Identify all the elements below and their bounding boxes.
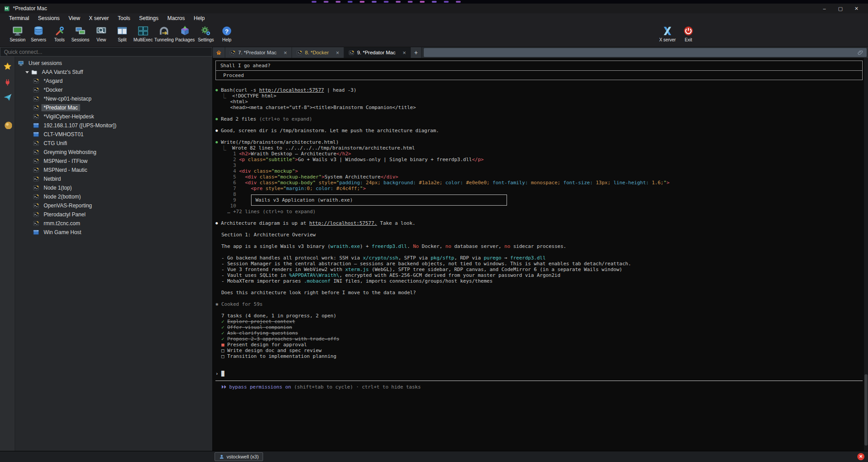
toolbar-button-label: MultiExec bbox=[134, 37, 153, 42]
tree-item-node-2-bottom[interactable]: Node 2(bottom) bbox=[15, 192, 212, 201]
tree-item-label: Node 2(bottom) bbox=[41, 193, 83, 200]
tree-item-vigilcyber-helpdesk[interactable]: *VigilCyber-Helpdesk bbox=[15, 112, 212, 121]
svg-text:?: ? bbox=[225, 28, 228, 35]
toolbar-left: SessionServersToolsSessionsViewSplitMult… bbox=[7, 24, 237, 42]
ssh-icon bbox=[33, 140, 39, 146]
paperclip-icon[interactable] bbox=[857, 49, 864, 56]
toolbar-xserver-button[interactable]: X server bbox=[657, 24, 678, 42]
tree-item-mspnerd-mautic[interactable]: MSPNerd - Mautic bbox=[15, 166, 212, 174]
close-button[interactable]: ✕ bbox=[848, 4, 864, 13]
terminal-text: #c4c4ff; bbox=[333, 186, 360, 191]
tab-close-icon[interactable]: × bbox=[284, 49, 287, 56]
tree-item-mspnerd-itflow[interactable]: MSPNerd - ITFlow bbox=[15, 157, 212, 166]
tree-item-greyming-webhosting[interactable]: Greyming Webhosting bbox=[15, 148, 212, 157]
tab-close-icon[interactable]: × bbox=[336, 49, 340, 56]
folder-icon bbox=[31, 69, 37, 75]
menu-settings[interactable]: Settings bbox=[135, 13, 163, 23]
terminal[interactable]: Shall I go ahead? Proceed⏺ Bash(curl -s … bbox=[213, 58, 868, 451]
tree-item-clt-vmhost01[interactable]: CLT-VMHOST01 bbox=[15, 130, 212, 139]
session-icon bbox=[12, 25, 23, 36]
new-tab-button[interactable]: + bbox=[411, 47, 422, 58]
minimize-button[interactable]: – bbox=[816, 4, 832, 13]
tree-item-predator-mac[interactable]: *Predator Mac bbox=[15, 103, 212, 112]
toolbar-help-button[interactable]: ?Help bbox=[216, 24, 237, 42]
tree-item-node-1-top[interactable]: Node 1(top) bbox=[15, 183, 212, 192]
terminal-line bbox=[215, 359, 863, 365]
sidebar-ball-icon[interactable] bbox=[3, 120, 12, 129]
toolbar-split-button[interactable]: Split bbox=[112, 24, 133, 42]
terminal-text: <h2> bbox=[239, 151, 251, 157]
scrollbar-thumb[interactable] bbox=[864, 374, 868, 446]
terminal-text: Take a look. bbox=[377, 220, 415, 226]
tab-7-predator-mac[interactable]: 7. *Predator Mac× bbox=[225, 47, 292, 58]
tab-9-predator-mac[interactable]: 9. *Predator Mac× bbox=[344, 47, 411, 58]
tab-8-docker[interactable]: 8. *Docker× bbox=[292, 47, 344, 58]
menu-view[interactable]: View bbox=[64, 13, 85, 23]
terminal-link[interactable]: http://localhost:57577 bbox=[259, 87, 324, 93]
status-session-button[interactable]: vstockwell (x3) bbox=[215, 452, 263, 461]
tree-item-aaa-vantz-s-stuff[interactable]: AAA Vantz's Stuff bbox=[15, 68, 212, 77]
toolbar-tunneling-button[interactable]: Tunneling bbox=[154, 24, 174, 42]
sidebar-plug-icon[interactable] bbox=[3, 77, 12, 86]
toolbar-tools-button[interactable]: Tools bbox=[49, 24, 70, 42]
terminal-line bbox=[215, 307, 863, 313]
terminal-link[interactable]: http://localhost:57577. bbox=[309, 220, 377, 226]
terminal-text: Write(/tmp/brainstorm/architecture.html) bbox=[221, 139, 339, 145]
exit-icon bbox=[683, 25, 694, 36]
menu-tools[interactable]: Tools bbox=[114, 13, 135, 23]
terminal-line: 2 <p class="subtitle">Go + Wails v3 | Wi… bbox=[215, 157, 863, 162]
tree-item-label: CLT-VMHOST01 bbox=[41, 131, 86, 138]
toolbar-exit-button[interactable]: Exit bbox=[678, 24, 699, 42]
terminal-text: 8 bbox=[215, 191, 239, 197]
terminal-text: ⏺ bbox=[215, 87, 221, 93]
terminal-text: 6 bbox=[215, 180, 239, 186]
terminal-text: System Architecture bbox=[324, 174, 381, 180]
toolbar-button-label: Exit bbox=[685, 37, 692, 42]
ssh-icon bbox=[33, 105, 39, 111]
sidebar-star-icon[interactable] bbox=[3, 62, 12, 71]
tree-item-192-168-1-107-ups-monitor[interactable]: 192.168.1.107 ([UPS-Monitor]) bbox=[15, 121, 212, 130]
toolbar-view-button[interactable]: View bbox=[91, 24, 112, 42]
tree-item-new-cp01-heistacp[interactable]: *New-cp01-heistacp bbox=[15, 94, 212, 103]
tab-close-icon[interactable]: × bbox=[402, 49, 406, 56]
tree-item-win-game-host[interactable]: Win Game Host bbox=[15, 228, 212, 237]
prompt-input[interactable]: › █ bbox=[215, 371, 863, 381]
status-close-button[interactable]: ✕ bbox=[857, 453, 864, 460]
tab-label: 9. *Predator Mac bbox=[357, 50, 395, 55]
permission-option-proceed[interactable]: Proceed bbox=[216, 70, 862, 80]
tree-item-openvas-reporting[interactable]: OpenVAS-Reporting bbox=[15, 201, 212, 210]
tree-item-asgard[interactable]: *Asgard bbox=[15, 77, 212, 85]
tab-home[interactable] bbox=[213, 47, 225, 58]
terminal-tab-icon bbox=[349, 50, 354, 56]
terminal-line: <head><meta charset="utf-8"><title>Brain… bbox=[215, 105, 863, 110]
sidebar-plane-icon[interactable] bbox=[3, 93, 12, 102]
toolbar-servers-button[interactable]: Servers bbox=[28, 24, 49, 42]
maximize-button[interactable]: ▢ bbox=[832, 4, 848, 13]
toolbar-packages-button[interactable]: Packages bbox=[174, 24, 195, 42]
tree-item-docker[interactable]: *Docker bbox=[15, 85, 212, 94]
toolbar-right: X serverExit bbox=[657, 24, 699, 42]
terminal-text: Bash(curl -s bbox=[221, 87, 259, 93]
toolbar-multiexec-button[interactable]: MultiExec bbox=[133, 24, 154, 42]
menu-sessions[interactable]: Sessions bbox=[33, 13, 64, 23]
chevron-down-icon[interactable] bbox=[25, 71, 29, 73]
terminal-text: 24px; bbox=[363, 180, 381, 186]
tree-item-rmm-t2cnc-com[interactable]: rmm.t2cnc.com bbox=[15, 219, 212, 228]
terminal-text: line-height: bbox=[611, 180, 649, 186]
quick-connect-input[interactable] bbox=[0, 47, 212, 57]
tree-item-user-sessions[interactable]: User sessions bbox=[15, 59, 212, 68]
toolbar-session-button[interactable]: Session bbox=[7, 24, 28, 42]
terminal-scrollbar[interactable] bbox=[864, 58, 868, 451]
tree-item-pterodactyl-panel[interactable]: Pterodactyl Panel bbox=[15, 210, 212, 219]
terminal-text: <div bbox=[239, 168, 251, 174]
tree-item-netbird[interactable]: Netbird bbox=[15, 174, 212, 183]
terminal-text: ⏺ bbox=[215, 220, 221, 226]
multiexec-icon bbox=[138, 25, 149, 36]
toolbar-settings-button[interactable]: Settings bbox=[195, 24, 216, 42]
tree-item-ctg-unifi[interactable]: CTG Unifi bbox=[15, 139, 212, 148]
menu-help[interactable]: Help bbox=[189, 13, 209, 23]
menu-macros[interactable]: Macros bbox=[163, 13, 189, 23]
menu-x-server[interactable]: X server bbox=[85, 13, 114, 23]
toolbar-sessions-button[interactable]: Sessions bbox=[70, 24, 91, 42]
menu-terminal[interactable]: Terminal bbox=[4, 13, 33, 23]
